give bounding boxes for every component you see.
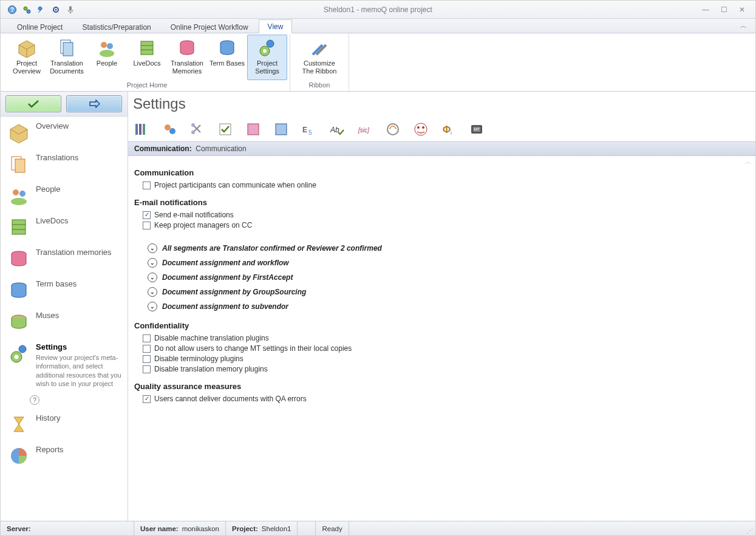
settings-gear-icon: [257, 38, 278, 58]
ribbon-collapse-icon[interactable]: ︿: [740, 21, 747, 30]
chevron-down-icon: ⌄: [148, 302, 157, 311]
row-no-change-mt-local[interactable]: Do not allow users to change MT settings…: [143, 344, 743, 353]
sidebar-item-reports[interactable]: Reports: [1, 440, 128, 472]
mic-icon[interactable]: [65, 4, 76, 15]
gears-icon[interactable]: [21, 4, 32, 15]
qa-icon[interactable]: [217, 121, 234, 138]
row-qa-errors[interactable]: Users cannot deliver documents with QA e…: [143, 395, 743, 403]
livedocs-settings-icon[interactable]: [273, 121, 290, 138]
checkbox[interactable]: [143, 334, 151, 342]
chevron-down-icon: ⌄: [148, 258, 157, 268]
ribbon-customize[interactable]: Customize The Ribbon: [293, 35, 346, 80]
svg-rect-43: [143, 124, 145, 135]
ribbon-translation-memories[interactable]: Translation Memories: [167, 35, 207, 80]
ribbon-group-project-home: Project Overview Translation Documents P…: [4, 33, 290, 91]
tab-workflow[interactable]: Online Project Workflow: [162, 20, 257, 33]
close-button[interactable]: ✕: [735, 4, 749, 16]
nav-action-buttons: [1, 92, 128, 117]
ribbon-livedocs[interactable]: LiveDocs: [127, 35, 167, 80]
autotranslate-icon[interactable]: [384, 121, 401, 138]
sidebar-item-muses[interactable]: Muses: [1, 306, 128, 338]
resize-grip-icon[interactable]: ⋰: [744, 521, 755, 535]
gear-icon[interactable]: [50, 4, 61, 15]
tab-view[interactable]: View: [259, 19, 293, 33]
tab-statistics[interactable]: Statistics/Preparation: [73, 20, 160, 33]
expander-firstaccept[interactable]: ⌄Document assignment by FirstAccept: [148, 273, 743, 282]
row-disable-mt[interactable]: Disable machine translation plugins: [143, 334, 743, 342]
row-disable-terminology[interactable]: Disable terminology plugins: [143, 355, 743, 363]
sidebar-item-history[interactable]: History: [1, 409, 128, 440]
ribbon-group-label-home: Project Home: [7, 80, 287, 91]
wrench-icon[interactable]: [36, 4, 47, 15]
svg-point-39: [15, 355, 19, 359]
export-path-icon[interactable]: E5: [301, 121, 318, 138]
checkbox[interactable]: [143, 181, 151, 189]
svg-rect-27: [15, 159, 25, 172]
quick-access-toolbar: ?: [1, 4, 76, 15]
help-icon[interactable]: ?: [7, 4, 18, 15]
checkbox[interactable]: [143, 365, 151, 373]
checkbox[interactable]: [143, 222, 151, 229]
sync-button[interactable]: [66, 95, 122, 112]
content-title: Settings: [128, 92, 755, 118]
breadcrumb: Communication: Communication: [128, 141, 755, 156]
ribbon-group-ribbon: Customize The Ribbon Ribbon: [290, 33, 349, 91]
row-send-email[interactable]: Send e-mail notifications: [143, 211, 743, 219]
svg-rect-11: [63, 42, 73, 56]
chevron-down-icon: ⌄: [148, 287, 157, 297]
ribbon-project-overview[interactable]: Project Overview: [7, 35, 47, 80]
cabinet-icon: [8, 216, 30, 238]
filter-config-icon[interactable]: [412, 121, 429, 138]
tab-online-project[interactable]: Online Project: [8, 20, 72, 33]
ribbon-term-bases[interactable]: Term Bases: [207, 35, 247, 80]
question-mark-icon[interactable]: ?: [30, 395, 39, 405]
svg-text:Φ: Φ: [443, 124, 451, 135]
status-server: Server:: [1, 521, 134, 535]
svg-point-28: [13, 189, 19, 195]
font-settings-icon[interactable]: Φi: [440, 121, 457, 138]
spellcheck-icon[interactable]: Ab: [329, 121, 346, 138]
row-participants-communicate[interactable]: Project participants can communicate whe…: [143, 181, 743, 189]
chevron-down-icon: ⌄: [148, 243, 157, 253]
expander-groupsourcing[interactable]: ⌄Document assignment by GroupSourcing: [148, 287, 743, 297]
minimize-button[interactable]: —: [698, 4, 713, 16]
tm-settings-icon[interactable]: [245, 121, 262, 138]
segmentation-icon[interactable]: [189, 121, 206, 138]
row-disable-tm[interactable]: Disable translation memory plugins: [143, 365, 743, 373]
checkbox[interactable]: [143, 355, 151, 363]
ribbon-people[interactable]: People: [87, 35, 127, 80]
section-confidentiality: Confidentiality: [134, 321, 743, 330]
communication-icon[interactable]: [161, 121, 178, 138]
expander-assignment-workflow[interactable]: ⌄Document assignment and workflow: [148, 258, 743, 268]
svg-point-47: [191, 131, 195, 134]
sidebar-item-overview[interactable]: Overview: [1, 117, 128, 148]
sidebar-item-tbs[interactable]: Term bases: [1, 274, 128, 306]
sidebar-item-settings[interactable]: Settings Review your project's meta-info…: [1, 338, 128, 393]
sidebar: Overview Translations People LiveDocs Tr…: [1, 117, 128, 472]
row-keep-pm-cc[interactable]: Keep project managers on CC: [143, 221, 743, 229]
expander-subvendor[interactable]: ⌄Document assignment to subvendor: [148, 302, 743, 311]
checkbox[interactable]: [143, 395, 151, 403]
expander-confirmed[interactable]: ⌄All segments are Translator confirmed o…: [148, 243, 743, 253]
general-icon[interactable]: [133, 121, 150, 138]
sidebar-item-tms[interactable]: Translation memories: [1, 243, 128, 274]
people-icon: [8, 185, 30, 206]
ribbon-project-settings[interactable]: Project Settings: [247, 35, 287, 80]
confirm-button[interactable]: [5, 95, 61, 112]
sidebar-item-people[interactable]: People: [1, 180, 128, 211]
sidebar-item-livedocs[interactable]: LiveDocs: [1, 211, 128, 243]
svg-rect-49: [248, 124, 259, 135]
ribbon-translation-documents[interactable]: Translation Documents: [47, 35, 87, 80]
svg-point-2: [24, 7, 27, 10]
non-translatable-icon[interactable]: [sic]: [356, 121, 373, 138]
sidebar-item-translations[interactable]: Translations: [1, 148, 128, 180]
checkbox[interactable]: [143, 211, 151, 219]
svg-point-56: [415, 123, 427, 135]
maximize-button[interactable]: ☐: [717, 4, 731, 16]
hourglass-icon: [8, 413, 30, 435]
mt-icon[interactable]: MT: [468, 121, 485, 138]
svg-point-37: [19, 345, 26, 353]
status-username: User name:monikaskon: [134, 521, 226, 535]
svg-point-57: [417, 126, 420, 129]
checkbox[interactable]: [143, 345, 151, 353]
